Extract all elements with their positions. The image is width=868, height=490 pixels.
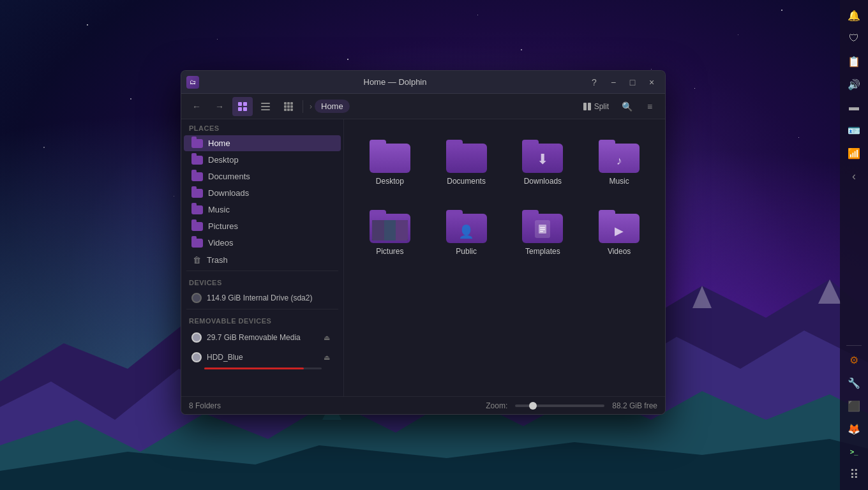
public-folder-large-icon: 👤 [446,210,487,243]
file-item-public[interactable]: 👤 Public [433,202,500,262]
svg-rect-21 [284,105,287,108]
search-button[interactable]: 🔍 [617,97,637,116]
toolbar-separator-1 [303,100,303,113]
hdd-blue-label: HDD_Blue [207,353,243,362]
dots-icon[interactable]: ⠿ [844,464,864,485]
menu-button[interactable]: ≡ [640,97,660,116]
zoom-slider-container [515,405,604,407]
file-item-templates[interactable]: Templates [510,202,576,262]
svg-rect-25 [287,108,290,111]
file-item-pictures[interactable]: Pictures [357,202,423,262]
downloads-folder-icon [191,189,203,198]
preview-strip-2 [384,220,396,241]
list-view-button[interactable] [255,97,276,116]
desktop-folder-icon [191,156,203,165]
wifi-icon[interactable]: 📶 [844,143,864,163]
sidebar-panel: Places Home Desktop Documents Downloads [181,119,344,396]
documents-file-label: Documents [447,177,486,187]
bell-icon[interactable]: 🔔 [844,5,864,26]
desktop-file-label: Desktop [376,177,404,187]
split-button[interactable]: Split [578,100,614,113]
minimize-button[interactable]: − [605,74,622,91]
places-header: Places [181,119,343,135]
breadcrumb-current[interactable]: Home [315,100,350,113]
sidebar-item-documents[interactable]: Documents [184,168,341,184]
file-item-downloads[interactable]: ⬇ Downloads [510,132,576,192]
maximize-button[interactable]: □ [624,74,641,91]
hdd-progress-fill [204,368,304,369]
pictures-folder-icon [191,222,203,231]
eject-removable-button[interactable]: ⏏ [320,331,333,344]
music-folder-large-icon: ♪ [599,140,640,173]
window-icon: 🗂 [186,76,199,89]
folder-count: 8 Folders [189,401,221,410]
dolphin-window: 🗂 Home — Dolphin ? − □ × ← → [181,70,666,415]
id-card-icon[interactable]: 🪪 [844,120,864,140]
file-item-music[interactable]: ♪ Music [586,132,652,192]
battery-icon[interactable]: ▬ [844,97,864,117]
pictures-label: Pictures [208,221,238,231]
svg-rect-27 [583,103,587,110]
preview-strip-3 [396,220,408,241]
music-overlay-icon: ♪ [617,154,622,168]
back-button[interactable]: ← [186,97,207,116]
zoom-slider[interactable] [515,405,604,407]
file-item-documents[interactable]: Documents [433,132,500,192]
music-file-label: Music [609,177,629,187]
tool2-icon[interactable]: 🔧 [844,373,864,393]
svg-rect-17 [261,109,270,110]
documents-folder-large-icon [446,140,487,173]
free-space-label: 88.2 GiB free [612,401,657,410]
sidebar-item-videos[interactable]: Videos [184,235,341,251]
terminal-icon[interactable]: >_ [844,442,864,462]
toolbar: ← → [181,94,665,119]
trash-label: Trash [207,255,228,265]
volume-icon[interactable]: 🔊 [844,74,864,94]
sidebar-item-trash[interactable]: 🗑 Trash [184,251,341,268]
toolbar-right: Split 🔍 ≡ [578,97,660,116]
sidebar-divider-2 [186,309,338,309]
compact-view-button[interactable] [278,97,299,116]
sidebar-item-desktop[interactable]: Desktop [184,152,341,168]
window-controls: ? − □ × [586,74,660,91]
collapse-icon[interactable]: ‹ [844,166,864,186]
sidebar-item-hdd-blue[interactable]: HDD_Blue ⏏ [184,348,341,367]
desktop-label: Desktop [208,155,239,165]
svg-rect-14 [243,107,247,111]
videos-overlay-icon: ▶ [615,224,624,238]
removable-icon [191,332,202,343]
videos-folder-large-icon: ▶ [599,210,640,243]
firefox-icon[interactable]: 🦊 [844,419,864,439]
videos-folder-icon [191,239,203,248]
zoom-handle[interactable] [529,402,537,410]
svg-rect-16 [261,106,270,107]
sidebar-item-music[interactable]: Music [184,202,341,218]
sidebar-item-internal-drive[interactable]: 114.9 GiB Internal Drive (sda2) [184,290,341,306]
forward-button[interactable]: → [209,97,230,116]
main-content: Places Home Desktop Documents Downloads [181,119,665,396]
grid-view-button[interactable] [232,97,253,116]
sidebar-item-home[interactable]: Home [184,135,341,151]
file-item-videos[interactable]: ▶ Videos [586,202,652,262]
pictures-file-label: Pictures [376,247,403,257]
preview-strip-1 [372,220,384,241]
sidebar-item-pictures[interactable]: Pictures [184,218,341,234]
tool1-icon[interactable]: ⚙ [844,350,864,370]
hdd-blue-wrapper: HDD_Blue ⏏ [181,348,343,369]
close-button[interactable]: × [643,74,660,91]
clipboard-icon[interactable]: 📋 [844,51,864,71]
svg-rect-23 [290,105,293,108]
hdd-icon [191,352,202,362]
drive-icon [191,293,202,303]
videos-label: Videos [208,238,234,248]
help-button[interactable]: ? [586,74,602,91]
eject-hdd-button[interactable]: ⏏ [320,351,333,364]
svg-rect-31 [540,229,545,230]
shield-icon[interactable]: 🛡 [844,28,864,48]
removable-label: 29.7 GiB Removable Media [207,333,301,342]
tool3-icon[interactable]: ⬛ [844,396,864,416]
sidebar-item-downloads[interactable]: Downloads [184,185,341,201]
system-tray: 🔔 🛡 📋 🔊 ▬ 🪪 📶 ‹ ⚙ 🔧 ⬛ 🦊 >_ ⠿ [840,0,868,490]
sidebar-item-removable[interactable]: 29.7 GiB Removable Media ⏏ [184,328,341,347]
file-item-desktop[interactable]: Desktop [357,132,423,192]
